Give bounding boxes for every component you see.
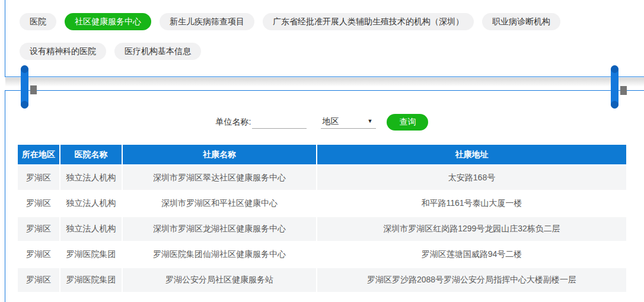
table-row: [18, 294, 626, 302]
tab-5[interactable]: 职业病诊断机构: [482, 13, 560, 30]
table-cell: 罗湖区罗沙路2088号罗湖公安分局指挥中心大楼副楼一层: [317, 268, 626, 292]
page: 医院社区健康服务中心新生儿疾病筛查项目广东省经批准开展人类辅助生殖技术的机构（深…: [0, 0, 644, 302]
unit-name-label: 单位名称:: [216, 117, 251, 128]
table-row: 罗湖区罗湖医院集团罗湖医院集团仙湖社区健康服务中心罗湖区莲塘国威路94号二楼: [18, 243, 626, 266]
district-select-value: 地区: [322, 116, 339, 127]
table-cell: 深圳市罗湖区龙湖社区健康服务中心: [123, 217, 316, 241]
column-header: 社康名称: [123, 145, 316, 164]
table-header-row: 所在地区医院名称社康名称社康地址: [18, 145, 626, 164]
table-cell: [123, 294, 316, 302]
table-cell: [60, 294, 122, 302]
table-row: 罗湖区独立法人机构深圳市罗湖区龙湖社区健康服务中心深圳市罗湖区红岗路1299号龙…: [18, 217, 626, 241]
table-cell: 罗湖区: [18, 268, 59, 292]
table-cell: 罗湖区: [18, 217, 59, 241]
column-header: 社康地址: [317, 145, 626, 164]
tab-6[interactable]: 设有精神科的医院: [20, 43, 106, 60]
caret-down-icon: ▼: [368, 118, 373, 124]
table-row: 罗湖区独立法人机构深圳市罗湖区翠达社区健康服务中心太安路168号: [18, 166, 626, 190]
table-cell: 罗湖公安分局社区健康服务站: [123, 268, 316, 292]
table-cell: 罗湖区: [18, 243, 59, 266]
table-cell: 罗湖医院集团仙湖社区健康服务中心: [123, 243, 316, 266]
category-tab-bar: 医院社区健康服务中心新生儿疾病筛查项目广东省经批准开展人类辅助生殖技术的机构（深…: [20, 13, 619, 72]
tab-4[interactable]: 广东省经批准开展人类辅助生殖技术的机构（深圳）: [263, 13, 474, 30]
table-row: 罗湖区罗湖医院集团罗湖公安分局社区健康服务站罗湖区罗沙路2088号罗湖公安分局指…: [18, 268, 626, 292]
column-header: 医院名称: [60, 145, 122, 164]
unit-name-input[interactable]: [252, 116, 307, 129]
table-cell: 罗湖医院集团: [60, 243, 122, 266]
search-form: 单位名称: 地区 ▼ 查询: [0, 114, 644, 131]
panel-shadow: [5, 78, 644, 87]
tab-7[interactable]: 医疗机构基本信息: [114, 43, 201, 60]
tab-1[interactable]: 医院: [20, 13, 56, 30]
query-button[interactable]: 查询: [387, 114, 428, 131]
table-cell: 太安路168号: [317, 166, 626, 190]
table-cell: 深圳市罗湖区翠达社区健康服务中心: [123, 166, 316, 190]
drag-grip-left-icon[interactable]: [30, 85, 37, 94]
column-header: 所在地区: [18, 145, 59, 164]
table-cell: 独立法人机构: [60, 166, 122, 190]
table-cell: 和平路1161号泰山大厦一楼: [317, 192, 626, 215]
table-cell: 独立法人机构: [60, 217, 122, 241]
tab-3[interactable]: 新生儿疾病筛查项目: [160, 13, 254, 30]
drag-grip-right-icon[interactable]: [620, 86, 627, 95]
table-cell: 深圳市罗湖区和平社区健康中心: [123, 192, 316, 215]
table-cell: 独立法人机构: [60, 192, 122, 215]
table-cell: 罗湖区莲塘国威路94号二楼: [317, 243, 626, 266]
table-cell: 深圳市罗湖区红岗路1299号龙园山庄32栋负二层: [317, 217, 626, 241]
table-cell: 罗湖区: [18, 166, 59, 190]
tab-2[interactable]: 社区健康服务中心: [65, 13, 151, 30]
table-cell: [18, 294, 59, 302]
table-cell: 罗湖区: [18, 192, 59, 215]
results-table: 所在地区医院名称社康名称社康地址 罗湖区独立法人机构深圳市罗湖区翠达社区健康服务…: [17, 143, 627, 302]
table-row: 罗湖区独立法人机构深圳市罗湖区和平社区健康中心和平路1161号泰山大厦一楼: [18, 192, 626, 215]
table-cell: [317, 294, 626, 302]
table-body: 罗湖区独立法人机构深圳市罗湖区翠达社区健康服务中心太安路168号罗湖区独立法人机…: [18, 166, 626, 302]
table-cell: 罗湖医院集团: [60, 268, 122, 292]
district-select[interactable]: 地区 ▼: [321, 116, 376, 129]
